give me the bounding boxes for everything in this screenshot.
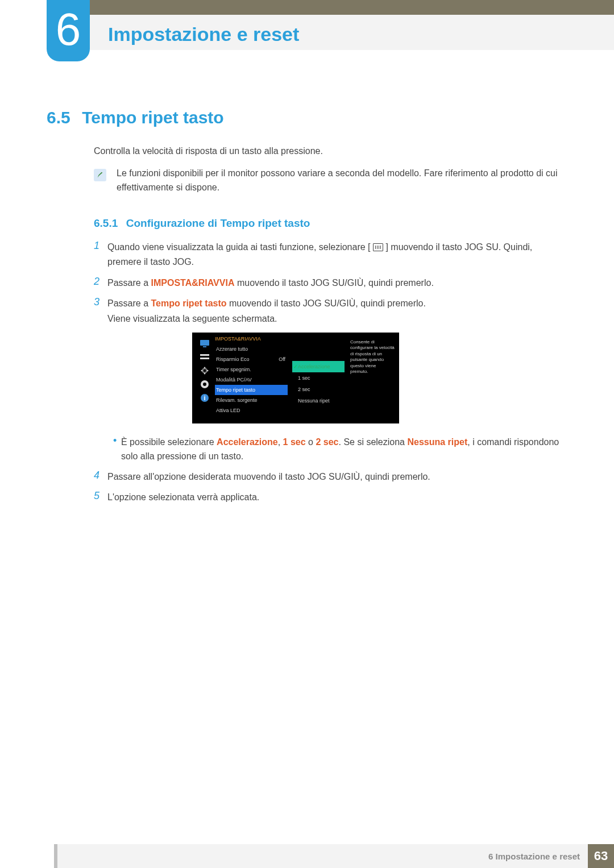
resize-icon (199, 366, 210, 376)
osd-sidebar-icons: i (197, 338, 213, 418)
osd-menu-item: Attiva LED (215, 405, 288, 416)
osd-menu-item: Risparmio EcoOff (215, 354, 288, 364)
chapter-title: Impostazione e reset (108, 23, 299, 45)
osd-menu-item-selected: Tempo ripet tasto (215, 385, 288, 395)
section-number: 6.5 (47, 108, 70, 127)
section-heading: 6.5 Tempo ripet tasto (47, 108, 224, 127)
step-1-text-a: Quando viene visualizzata la guida ai ta… (107, 242, 371, 252)
list-icon (199, 352, 210, 362)
osd-screenshot: i IMPOSTA&RIAVVIA Azzerare tutto Risparm… (192, 333, 399, 423)
step-2-text-a: Passare a (107, 278, 151, 288)
step-number: 4 (94, 470, 107, 484)
svg-rect-1 (203, 346, 206, 347)
svg-rect-0 (200, 340, 209, 346)
step-2: 2 Passare a IMPOSTA&RIAVVIA muovendo il … (94, 276, 569, 290)
bullet-note: • È possibile selezionare Accelerazione,… (113, 435, 569, 464)
osd-submenu-item: 1 sec (292, 372, 345, 384)
svg-rect-2 (200, 354, 209, 356)
osd-submenu: Accelerazione 1 sec 2 sec Nessuna ripet (292, 361, 345, 406)
bullet-body: È possibile selezionare Accelerazione, 1… (121, 435, 569, 464)
section-intro: Controlla la velocità di risposta di un … (94, 146, 323, 156)
svg-point-6 (203, 383, 206, 386)
step-number: 1 (94, 240, 107, 270)
step-body: L'opzione selezionata verrà applicata. (107, 490, 259, 505)
monitor-icon (199, 338, 210, 348)
svg-text:i: i (204, 394, 205, 401)
bullet-dot-icon: • (113, 435, 121, 464)
step-3-text-b: muovendo il tasto JOG SU/GIÙ, quindi pre… (227, 298, 426, 308)
note-block: Le funzioni disponibili per il monitor p… (94, 167, 569, 195)
step-number: 2 (94, 276, 107, 290)
footer-chapter-label: 6 Impostazione e reset (488, 852, 580, 861)
steps-list-bottom: • È possibile selezionare Accelerazione,… (94, 432, 569, 510)
svg-rect-3 (200, 358, 209, 359)
gear-icon (199, 379, 210, 389)
osd-menu-title: IMPOSTA&RIAVVIA (215, 336, 288, 342)
section-title: Tempo ripet tasto (82, 108, 223, 127)
step-5: 5 L'opzione selezionata verrà applicata. (94, 490, 569, 505)
note-text: Le funzioni disponibili per il monitor p… (117, 167, 569, 195)
subsection-number: 6.5.1 (94, 217, 118, 229)
step-body: Passare a Tempo ripet tasto muovendo il … (107, 296, 426, 326)
step-body: Passare a IMPOSTA&RIAVVIA muovendo il ta… (107, 276, 434, 290)
step-3-text-c: Viene visualizzata la seguente schermata… (107, 314, 277, 323)
osd-description: Consente di configurare la velocità di r… (350, 339, 395, 375)
step-3: 3 Passare a Tempo ripet tasto muovendo i… (94, 296, 569, 326)
hl-accelerazione: Accelerazione (217, 437, 278, 447)
step-number: 3 (94, 296, 107, 326)
subsection-heading: 6.5.1 Configurazione di Tempo ripet tast… (94, 217, 310, 230)
osd-menu-item: Azzerare tutto (215, 344, 288, 354)
steps-list-top: 1 Quando viene visualizzata la guida ai … (94, 240, 569, 332)
hl-nessuna: Nessuna ripet (407, 437, 467, 447)
hl-1sec: 1 sec (283, 437, 306, 447)
step-3-highlight: Tempo ripet tasto (151, 298, 226, 308)
footer-accent (54, 844, 57, 868)
hl-2sec: 2 sec (316, 437, 338, 447)
step-body: Quando viene visualizzata la guida ai ta… (107, 240, 569, 270)
osd-menu-item: Modalità PC/AV (215, 375, 288, 385)
step-4: 4 Passare all'opzione desiderata muovend… (94, 470, 569, 484)
chapter-number-text: 6 (56, 0, 81, 60)
svg-rect-4 (203, 369, 206, 372)
osd-menu-item: Timer spegnim. (215, 364, 288, 375)
menu-icon (373, 243, 383, 251)
note-icon (94, 169, 106, 181)
step-number: 5 (94, 490, 107, 505)
osd-submenu-item-selected: Accelerazione (292, 361, 345, 372)
step-2-highlight: IMPOSTA&RIAVVIA (151, 278, 234, 288)
osd-submenu-item: 2 sec (292, 384, 345, 395)
header-top-bar (54, 0, 614, 15)
step-2-text-b: muovendo il tasto JOG SU/GIÙ, quindi pre… (234, 278, 433, 288)
step-body: Passare all'opzione desiderata muovendo … (107, 470, 430, 484)
chapter-number-badge: 6 (47, 0, 90, 61)
osd-submenu-item: Nessuna ripet (292, 395, 345, 406)
footer-page-number: 63 (588, 844, 614, 868)
subsection-title: Configurazione di Tempo ripet tasto (126, 217, 310, 229)
step-3-text-a: Passare a (107, 298, 151, 308)
info-icon: i (199, 393, 210, 403)
step-1: 1 Quando viene visualizzata la guida ai … (94, 240, 569, 270)
osd-menu-item: Rilevam. sorgente (215, 395, 288, 405)
osd-main-menu: IMPOSTA&RIAVVIA Azzerare tutto Risparmio… (215, 336, 288, 416)
footer-bar: 6 Impostazione e reset 63 (54, 844, 614, 868)
